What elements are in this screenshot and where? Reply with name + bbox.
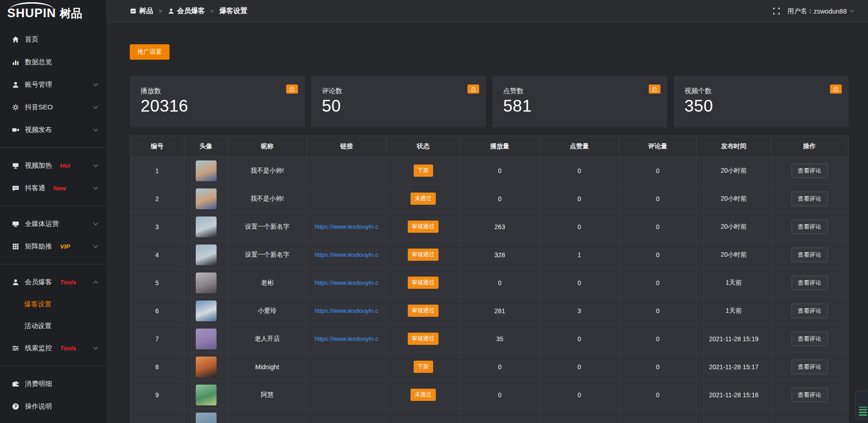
view-comments-button[interactable]: 查看评论 — [792, 276, 828, 290]
cell-action: 查看评论 — [771, 297, 848, 325]
cell-status: 审核通过 — [387, 297, 460, 325]
menu-divider — [0, 147, 106, 148]
sidebar-item-baoke-settings[interactable]: 爆客设置 — [0, 293, 106, 315]
sidebar-item-tag: VIP — [60, 243, 70, 250]
cell-nickname: 我不是小帅! — [228, 185, 307, 213]
avatar — [196, 357, 217, 377]
table-row: 3设置一个新名字https://www.iesdouyin.c审核通过26300… — [130, 213, 848, 241]
fullscreen-icon[interactable] — [773, 7, 780, 15]
table-header-cell: 状态 — [387, 136, 460, 157]
sidebar-item-matrix-boost[interactable]: 矩阵助推VIP — [0, 235, 106, 258]
cell-plays: 0 — [460, 269, 540, 297]
table-header-cell: 头像 — [184, 136, 228, 157]
cell-time — [697, 409, 771, 423]
floating-contact-widget[interactable] — [855, 390, 868, 419]
cell-nickname: 阿慧 — [228, 381, 307, 409]
view-comments-button[interactable]: 查看评论 — [792, 360, 828, 374]
view-comments-button[interactable]: 查看评论 — [792, 304, 828, 318]
chevron-down-icon — [94, 127, 98, 131]
sidebar-item-consume-detail[interactable]: 消费明细 — [0, 372, 106, 395]
sidebar-item-douketong[interactable]: 抖客通New — [0, 177, 106, 199]
cell-likes: 0 — [540, 325, 619, 353]
video-link[interactable]: https://www.iesdouyin.c — [315, 223, 378, 230]
total-badge: 总 — [830, 85, 842, 94]
video-link[interactable]: https://www.iesdouyin.c — [315, 251, 378, 258]
cell-status — [387, 409, 460, 423]
avatar — [196, 413, 217, 423]
video-link[interactable]: https://www.iesdouyin.c — [315, 335, 378, 342]
cell-likes: 0 — [540, 381, 619, 409]
cell-nickname: 小爱玲 — [228, 297, 307, 325]
cell-likes: 0 — [540, 213, 619, 241]
total-badge: 总 — [467, 85, 479, 94]
cell-action: 查看评论 — [771, 157, 848, 185]
cell-action: 查看评论 — [771, 213, 848, 241]
breadcrumb-label: 树品 — [139, 6, 153, 16]
avatar — [196, 273, 217, 293]
chevron-down-icon — [94, 81, 98, 86]
sidebar-item-video-publish[interactable]: 视频发布 — [0, 118, 106, 141]
promo-settings-button[interactable]: 推广设置 — [130, 44, 170, 60]
cell-plays: 35 — [460, 325, 540, 353]
stat-card-label: 评论数 — [322, 87, 475, 95]
cell-status: 审核通过 — [387, 325, 460, 353]
cell-avatar — [184, 297, 228, 325]
cell-id: 5 — [130, 269, 184, 297]
cell-plays: 281 — [460, 297, 540, 325]
sidebar-item-account-manage[interactable]: 账号管理 — [0, 73, 106, 96]
table-row: 5老彬https://www.iesdouyin.c审核通过0001天前查看评论 — [130, 269, 848, 297]
chevron-down-icon — [94, 243, 98, 248]
sidebar-item-label: 会员爆客 — [25, 278, 52, 287]
cell-likes: 3 — [540, 297, 619, 325]
breadcrumb-item[interactable]: 会员爆客 — [168, 6, 205, 16]
chat-icon — [12, 184, 19, 192]
username-menu[interactable]: 用户名：zswodun88 — [788, 7, 854, 15]
view-comments-button[interactable]: 查看评论 — [792, 248, 828, 262]
sidebar-item-label: 操作说明 — [25, 402, 52, 411]
video-link[interactable]: https://www.iesdouyin.c — [315, 307, 378, 314]
sidebar-item-member-baoke[interactable]: 会员爆客Tools — [0, 271, 106, 293]
view-comments-button[interactable]: 查看评论 — [792, 192, 828, 206]
view-comments-button[interactable]: 查看评论 — [792, 220, 828, 234]
cell-action: 查看评论 — [771, 269, 848, 297]
table-header-cell: 操作 — [771, 136, 848, 157]
cell-plays: 0 — [460, 157, 540, 185]
sidebar-item-operation-guide[interactable]: ?操作说明 — [0, 395, 106, 418]
view-comments-button[interactable]: 查看评论 — [792, 332, 828, 346]
stat-card: 播放数20316总 — [130, 76, 305, 127]
videos-table: 编号头像昵称链接状态播放量点赞量评论量发布时间操作1我不是小帅!下架00020小… — [130, 136, 849, 423]
sidebar-item-home[interactable]: 首页 — [0, 28, 106, 51]
sidebar-item-label: 账号管理 — [25, 80, 52, 89]
sidebar-item-activity-settings[interactable]: 活动设置 — [0, 315, 106, 337]
view-comments-button[interactable]: 查看评论 — [792, 388, 828, 402]
breadcrumb-item[interactable]: 爆客设置 — [219, 6, 247, 16]
sidebar-item-clue-monitor[interactable]: 线索监控Tools — [0, 337, 106, 359]
cell-avatar — [184, 409, 228, 423]
cell-avatar — [184, 157, 228, 185]
home-icon — [12, 36, 19, 43]
chevron-down-icon — [94, 104, 98, 108]
cell-likes: 0 — [540, 157, 619, 185]
cell-status: 下架 — [387, 353, 460, 381]
cell-action — [771, 409, 848, 423]
avatar — [196, 160, 217, 181]
view-comments-button[interactable]: 查看评论 — [792, 164, 828, 178]
cell-time: 1天前 — [697, 297, 771, 325]
breadcrumb-item[interactable]: 树品 — [130, 6, 153, 16]
video-link[interactable]: https://www.iesdouyin.c — [315, 279, 378, 286]
cell-time: 20小时前 — [697, 157, 771, 185]
sidebar-item-data-overview[interactable]: 数据总览 — [0, 51, 106, 73]
table-header-cell: 评论量 — [619, 136, 697, 157]
stat-card-label: 播放数 — [141, 87, 294, 95]
sidebar-item-media-operation[interactable]: 全媒体运营 — [0, 212, 106, 235]
total-badge: 总 — [286, 85, 298, 94]
table-row: 2我不是小帅!未通过00020小时前查看评论 — [130, 185, 848, 213]
cell-status: 审核通过 — [387, 269, 460, 297]
sidebar-item-douyin-seo[interactable]: 抖音SEO — [0, 96, 106, 118]
cell-id: 4 — [130, 241, 184, 269]
breadcrumb: 树品>会员爆客>爆客设置 — [130, 6, 247, 16]
sidebar-item-video-heat[interactable]: 视频加热Hot — [0, 154, 106, 177]
cell-likes: 0 — [540, 353, 619, 381]
cell-link: https://www.iesdouyin.c — [307, 213, 387, 241]
cell-status: 审核通过 — [387, 241, 460, 269]
